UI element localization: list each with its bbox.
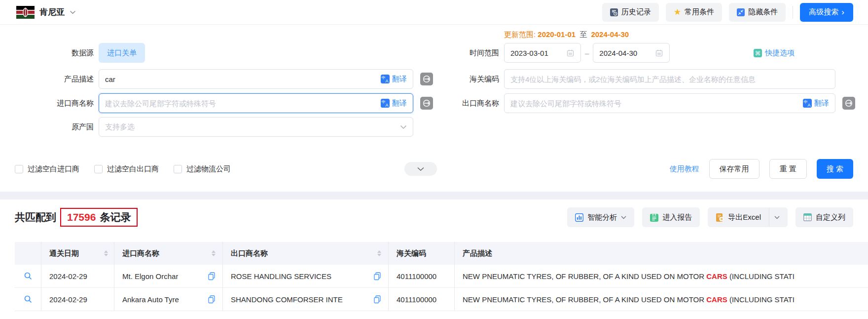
chevron-down-icon xyxy=(417,167,425,171)
command-icon: ⌘ xyxy=(754,49,762,57)
svg-text:中: 中 xyxy=(382,76,386,80)
row-product-desc: NEW PNEUMATIC TYRES, OF RUBBER, OF A KIN… xyxy=(463,272,795,280)
form-actions: 使用教程 保存常用 重 置 搜 索 xyxy=(670,159,853,179)
table-row[interactable]: 2024-02-29 Mt. Elgon Orchar ROSE HANDLIN… xyxy=(15,265,868,288)
results-table: 通关日期 进口商名称 出口商名称 海关编码 产品描述 xyxy=(15,242,868,311)
exporter-precise-search-button[interactable] xyxy=(842,97,855,110)
copy-exporter-button[interactable] xyxy=(373,295,381,304)
kenya-flag-icon xyxy=(16,6,35,19)
country-name: 肯尼亚 xyxy=(39,6,65,18)
importer-exporter-row: 进口商名称 中 A 翻译 xyxy=(15,93,853,113)
hs-code-input[interactable] xyxy=(510,75,829,83)
data-source-value: 进口关单 xyxy=(107,48,137,58)
exporter-translate-label: 翻译 xyxy=(814,99,829,108)
topbar: 肯尼亚 历史记录 ★ 常用条件 隐藏条件 xyxy=(0,0,868,25)
importer-translate-button[interactable]: 中 A 翻译 xyxy=(377,99,407,108)
product-translate-button[interactable]: 中 A 翻译 xyxy=(377,75,407,84)
filter-logistics-label: 过滤物流公司 xyxy=(186,164,231,174)
enter-report-button[interactable]: 进入报告 xyxy=(642,207,700,227)
copy-exporter-button[interactable] xyxy=(373,272,381,280)
product-desc-input[interactable] xyxy=(105,75,377,83)
product-precise-search-button[interactable] xyxy=(420,73,433,85)
exporter-field[interactable]: 中 A 翻译 xyxy=(504,93,835,113)
header-hs-label: 海关编码 xyxy=(397,249,426,258)
header-exporter[interactable]: 出口商名称 xyxy=(223,242,389,265)
favorites-label: 常用条件 xyxy=(685,7,714,17)
filter-logistics[interactable]: 过滤物流公司 xyxy=(174,164,231,174)
magnifier-icon xyxy=(24,272,33,280)
count-highlight-box: 17596 条记录 xyxy=(60,208,138,227)
update-range-end: 2024-04-30 xyxy=(591,30,629,39)
date-end-input[interactable] xyxy=(599,49,655,57)
sort-icon[interactable] xyxy=(104,250,108,257)
magnifier-icon xyxy=(24,295,33,304)
filter-blank-exporter-label: 过滤空白出口商 xyxy=(107,164,159,174)
chevron-down-icon[interactable] xyxy=(774,216,780,219)
data-source-import-tab[interactable]: 进口关单 xyxy=(99,43,145,63)
importer-label: 进口商名称 xyxy=(15,99,94,108)
country-selector[interactable]: 肯尼亚 xyxy=(16,6,76,19)
copy-importer-button[interactable] xyxy=(208,295,216,304)
row-exporter: SHANDONG COMFORSER INTE xyxy=(231,295,343,304)
hs-code-field[interactable] xyxy=(504,69,835,89)
results-count-row: 共匹配到 17596 条记录 智能分析 xyxy=(15,206,853,228)
columns-grid-icon xyxy=(803,213,812,221)
filter-checkboxes: 过滤空白进口商 过滤空白出口商 过滤物流公司 xyxy=(15,164,231,174)
row-hs-code: 4011100000 xyxy=(397,295,436,304)
exporter-input[interactable] xyxy=(510,99,799,108)
row-importer: Ankara Auto Tyre xyxy=(122,295,179,304)
row-hs-code: 4011100000 xyxy=(397,272,436,280)
bi-chart-icon xyxy=(575,213,583,222)
exporter-translate-button[interactable]: 中 A 翻译 xyxy=(799,99,829,108)
importer-input[interactable] xyxy=(105,99,377,108)
checkbox[interactable] xyxy=(94,165,103,173)
favorites-button[interactable]: ★ 常用条件 xyxy=(666,3,722,22)
row-detail-button[interactable] xyxy=(24,295,33,304)
checkbox[interactable] xyxy=(15,165,23,173)
sort-icon[interactable] xyxy=(377,250,381,257)
collapse-icon xyxy=(737,8,745,16)
importer-field[interactable]: 中 A 翻译 xyxy=(99,93,413,113)
origin-country-placeholder: 支持多选 xyxy=(105,122,135,132)
row-detail-button[interactable] xyxy=(24,272,33,280)
date-start-input[interactable] xyxy=(510,49,566,57)
collapse-form-button[interactable] xyxy=(404,162,437,176)
copy-importer-button[interactable] xyxy=(208,272,216,280)
search-button[interactable]: 搜 索 xyxy=(817,159,853,179)
product-translate-label: 翻译 xyxy=(392,75,407,84)
reset-button[interactable]: 重 置 xyxy=(769,159,807,179)
date-end-field[interactable] xyxy=(593,43,670,63)
importer-precise-search-button[interactable] xyxy=(420,97,433,110)
tutorial-link[interactable]: 使用教程 xyxy=(670,164,699,174)
smart-analysis-button[interactable]: 智能分析 xyxy=(567,207,634,227)
filter-blank-importer[interactable]: 过滤空白进口商 xyxy=(15,164,79,174)
header-desc-label: 产品描述 xyxy=(463,249,492,258)
advanced-search-button[interactable]: 高级搜索 › xyxy=(800,3,853,22)
table-row[interactable]: 2024-02-29 Ankara Auto Tyre SHANDONG COM… xyxy=(15,288,868,311)
product-desc-field[interactable]: 中 A 翻译 xyxy=(99,69,413,89)
hide-conditions-button[interactable]: 隐藏条件 xyxy=(729,3,786,22)
header-date[interactable]: 通关日期 xyxy=(41,242,114,265)
origin-country-select[interactable]: 支持多选 xyxy=(99,117,413,137)
header-importer-label: 进口商名称 xyxy=(122,249,159,258)
filter-blank-exporter[interactable]: 过滤空白出口商 xyxy=(94,164,159,174)
header-importer[interactable]: 进口商名称 xyxy=(114,242,223,265)
calendar-icon xyxy=(566,49,575,57)
filter-blank-importer-label: 过滤空白进口商 xyxy=(28,164,79,174)
save-conditions-button[interactable]: 保存常用 xyxy=(709,159,760,179)
quick-options-link[interactable]: ⌘ 快捷选项 xyxy=(754,48,795,58)
export-excel-button[interactable]: 导出Excel xyxy=(708,207,788,227)
date-start-field[interactable] xyxy=(504,43,581,63)
sort-icon[interactable] xyxy=(212,250,216,257)
update-range-to: 至 xyxy=(579,30,587,39)
keyword-highlight: CARS xyxy=(706,272,727,280)
origin-country-label: 原产国 xyxy=(15,122,94,132)
exporter-label: 出口商名称 xyxy=(434,99,499,108)
update-range-text: 更新范围: 2020-01-01 至 2024-04-30 xyxy=(504,30,629,40)
checkbox[interactable] xyxy=(174,165,182,173)
export-excel-label: 导出Excel xyxy=(728,213,761,222)
history-button[interactable]: 历史记录 xyxy=(602,3,659,22)
chevron-down-icon xyxy=(70,10,76,14)
custom-columns-button[interactable]: 自定义列 xyxy=(796,207,853,227)
update-range-start: 2020-01-01 xyxy=(538,30,576,39)
